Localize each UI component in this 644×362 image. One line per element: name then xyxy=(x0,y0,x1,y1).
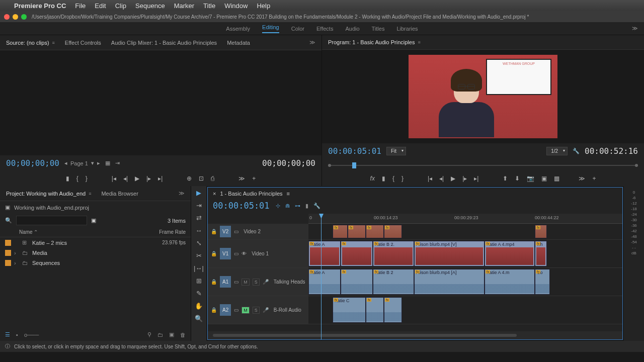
safe-margins-icon[interactable]: ▦ xyxy=(554,175,559,182)
tab-audio-clip-mixer[interactable]: Audio Clip Mixer: 1 - Basic Audio Princi… xyxy=(111,40,217,46)
zoom-window-button[interactable] xyxy=(21,14,27,20)
step-back-icon[interactable]: ◂| xyxy=(123,175,128,182)
source-patch-icon[interactable]: ▭ xyxy=(234,279,238,285)
go-to-out-icon[interactable]: ▸| xyxy=(158,175,163,182)
timeline-clip[interactable]: fx xyxy=(341,269,373,295)
timeline-clip[interactable]: fxKatie B 2 xyxy=(373,269,414,295)
timeline-clip[interactable]: fxKatie B 2. xyxy=(373,241,414,266)
ripple-edit-tool-icon[interactable]: ⇄ xyxy=(196,214,202,222)
timeline-clip[interactable]: fxCo xyxy=(535,269,550,295)
hand-tool-icon[interactable]: ✋ xyxy=(195,302,203,310)
expand-icon[interactable]: › xyxy=(14,260,19,266)
timeline-clip[interactable]: fx xyxy=(384,297,402,323)
lock-icon[interactable]: 🔒 xyxy=(211,229,217,234)
export-frame-icon[interactable]: ⎙ xyxy=(211,175,214,182)
play-icon[interactable]: ▶ xyxy=(451,175,455,182)
tab-media-browser[interactable]: Media Browser xyxy=(101,191,138,197)
add-marker-icon[interactable]: ▮ xyxy=(305,203,308,209)
tab-effect-controls[interactable]: Effect Controls xyxy=(65,40,101,46)
filter-bin-icon[interactable]: ▣ xyxy=(91,217,96,224)
tab-metadata[interactable]: Metadata xyxy=(227,40,250,46)
lock-icon[interactable]: 🔒 xyxy=(211,307,217,313)
timeline-clip[interactable]: fx xyxy=(366,297,384,323)
page-prev-icon[interactable]: ◂ xyxy=(64,160,67,166)
timeline-clip[interactable]: fx xyxy=(366,225,384,238)
new-item-icon[interactable]: ▣ xyxy=(169,331,174,338)
audio-meters[interactable]: 0 -6 -12 -18 -24 -30 -36 -42 -48 -54 - -… xyxy=(624,186,644,341)
playhead[interactable] xyxy=(321,214,321,339)
menu-title[interactable]: Title xyxy=(203,2,215,10)
timeline-clip[interactable]: fxKatie A 4.m xyxy=(485,269,535,295)
go-to-out-icon[interactable]: ▸| xyxy=(474,175,478,182)
source-settings-icon[interactable]: ▦ xyxy=(105,160,110,166)
selection-tool-icon[interactable]: ▶ xyxy=(196,189,201,197)
pen-tool-icon[interactable]: ✎ xyxy=(196,290,202,297)
go-to-in-icon[interactable]: |◂ xyxy=(112,175,116,182)
timeline-clip[interactable]: fx xyxy=(333,225,348,238)
insert-icon[interactable]: ⊕ xyxy=(187,175,192,182)
project-tab-menu-icon[interactable]: ≡ xyxy=(89,191,91,196)
export-frame-icon[interactable]: 📷 xyxy=(527,175,534,182)
voiceover-icon[interactable]: 🎤 xyxy=(263,307,269,313)
zoom-fit-dropdown[interactable]: Fit xyxy=(386,147,406,155)
menu-edit[interactable]: Edit xyxy=(95,2,106,10)
source-patch-icon[interactable]: ▭ xyxy=(234,251,238,256)
expand-icon[interactable]: › xyxy=(14,250,19,256)
app-name[interactable]: Premiere Pro CC xyxy=(14,2,66,10)
program-transport-more-icon[interactable]: ≫ xyxy=(579,175,585,182)
lock-icon[interactable]: 🔒 xyxy=(211,251,217,256)
workspace-overflow-icon[interactable]: ≫ xyxy=(632,25,638,32)
workspace-titles[interactable]: Titles xyxy=(372,26,385,32)
project-row[interactable]: › 🗀 Media xyxy=(0,248,191,258)
snap-icon[interactable]: ⋒ xyxy=(285,203,290,209)
step-back-icon[interactable]: ◂| xyxy=(439,175,444,182)
timeline-clip[interactable]: fx xyxy=(348,225,366,238)
label-swatch[interactable] xyxy=(5,260,11,266)
lift-icon[interactable]: ⬆ xyxy=(503,175,508,182)
workspace-editing[interactable]: Editing xyxy=(262,24,279,33)
icon-view-icon[interactable]: ▪ xyxy=(16,332,18,338)
track-select-tool-icon[interactable]: ⇥ xyxy=(196,202,202,209)
source-tabs-overflow-icon[interactable]: ≫ xyxy=(309,39,315,46)
rate-stretch-tool-icon[interactable]: ⤡ xyxy=(196,239,202,247)
lock-icon[interactable]: 🔒 xyxy=(211,279,217,285)
overwrite-icon[interactable]: ⊡ xyxy=(199,175,204,182)
step-forward-icon[interactable]: |▸ xyxy=(462,175,467,182)
comparison-view-icon[interactable]: ▣ xyxy=(541,175,547,182)
page-dropdown-icon[interactable]: ▾ xyxy=(91,160,94,166)
zoom-slider[interactable]: o─── xyxy=(24,332,39,338)
program-tab-menu-icon[interactable]: ≡ xyxy=(418,40,420,45)
project-row[interactable]: ⊞ Katie – 2 mics 23.976 fps xyxy=(0,237,191,248)
menu-file[interactable]: File xyxy=(75,2,86,10)
sequence-menu-icon[interactable]: ≡ xyxy=(287,191,290,197)
delete-icon[interactable]: 🗑 xyxy=(180,332,186,338)
source-transport-more-icon[interactable]: ≫ xyxy=(238,175,245,182)
mark-out-icon[interactable]: } xyxy=(86,175,88,182)
program-monitor[interactable]: WETHMAN GROUP xyxy=(322,50,644,143)
solo-button[interactable]: S xyxy=(253,307,260,314)
razor-tool-icon[interactable]: ✂ xyxy=(196,252,202,259)
resolution-dropdown[interactable]: 1/2 xyxy=(546,147,568,155)
play-icon[interactable]: ▶ xyxy=(135,175,139,182)
label-swatch[interactable] xyxy=(5,240,11,246)
source-in-timecode[interactable]: 00;00;00;00 xyxy=(6,158,59,168)
timeline-clip[interactable]: fxKatie A xyxy=(308,269,341,295)
timeline-clip[interactable]: fxKatie A 4.mp4 xyxy=(485,241,535,266)
new-bin-icon[interactable]: 🗀 xyxy=(157,332,163,338)
marker-icon[interactable]: ▮ xyxy=(66,175,69,182)
timeline-clip[interactable]: fxAlison blurb.mp4 [A] xyxy=(414,269,485,295)
zoom-tool-icon[interactable]: 🔍 xyxy=(195,315,203,322)
linked-selection-icon[interactable]: ⊶ xyxy=(295,203,300,209)
menu-window[interactable]: Window xyxy=(224,2,248,10)
go-to-in-icon[interactable]: |◂ xyxy=(428,175,432,182)
mute-button[interactable]: M xyxy=(242,307,250,314)
marker-icon[interactable]: ▮ xyxy=(382,175,385,182)
mark-out-icon[interactable]: } xyxy=(401,175,404,182)
timeline-settings-icon[interactable]: 🔧 xyxy=(313,203,320,209)
mark-in-icon[interactable]: { xyxy=(76,175,78,182)
timeline-clip[interactable]: fxKatie C xyxy=(333,297,366,323)
menu-help[interactable]: Help xyxy=(257,2,270,10)
timeline-zoom-bar[interactable] xyxy=(208,331,622,339)
voiceover-icon[interactable]: 🎤 xyxy=(263,279,269,285)
fx-bypass-icon[interactable]: fx xyxy=(370,175,375,182)
